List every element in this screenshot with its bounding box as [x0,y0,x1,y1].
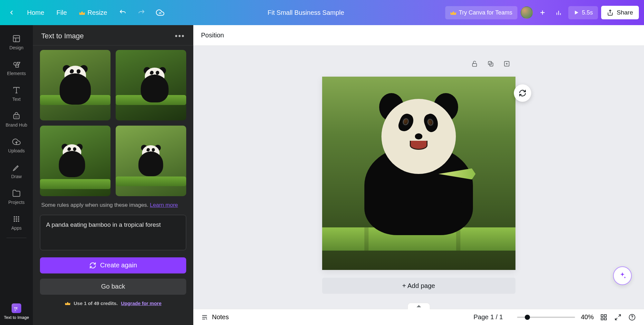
panel-divider [33,45,193,45]
rail-label: Apps [11,225,22,231]
expand-pages-tab[interactable] [408,303,430,309]
panel-more-button[interactable]: ••• [175,32,185,41]
insights-button[interactable] [552,6,565,19]
rail-item-projects[interactable]: Projects [0,185,33,209]
svg-point-10 [14,62,16,65]
svg-rect-42 [604,318,606,320]
magic-fab[interactable] [613,266,632,285]
create-again-label: Create again [100,262,137,269]
zoom-percentage[interactable]: 40% [581,313,594,321]
redo-button[interactable] [135,6,148,19]
rail-item-apps[interactable]: Apps [0,211,33,234]
page-counter[interactable]: Page 1 / 1 [474,313,503,321]
rules-notice: Some rules apply when using these images… [33,196,193,209]
zoom-slider[interactable] [517,317,575,318]
rail-item-uploads[interactable]: Uploads [0,133,33,157]
rail-label: Brand Hub [6,122,27,128]
generated-image-1[interactable] [40,50,111,120]
rail-label: Projects [8,200,25,205]
status-bar: Notes Page 1 / 1 40% [193,309,644,325]
generated-image-2[interactable] [116,50,186,120]
folder-icon [12,189,21,198]
duplicate-page-button[interactable] [485,59,496,69]
upgrade-link[interactable]: Upgrade for more [121,301,161,306]
share-button[interactable]: Share [601,6,639,19]
svg-line-44 [615,318,617,320]
svg-point-26 [18,220,19,222]
try-teams-button[interactable]: Try Canva for Teams [445,6,517,19]
add-page-button[interactable]: + Add page [322,278,515,294]
svg-rect-39 [601,314,603,316]
lock-page-button[interactable] [469,59,480,69]
position-button[interactable]: Position [201,32,224,39]
document-title[interactable]: Fit Small Business Sample [268,9,344,16]
present-time-label: 5.5s [582,9,593,16]
rail-item-design[interactable]: Design [0,30,33,54]
panel-title: Text to Image [41,32,84,40]
create-again-button[interactable]: Create again [40,257,186,273]
rail-label: Draw [11,174,22,179]
svg-marker-5 [575,11,579,14]
rail-label: Text to Image [4,315,29,320]
rail-item-text[interactable]: Text [0,82,33,106]
rail-label: Elements [7,71,26,76]
svg-text:co.: co. [15,115,18,118]
regenerate-fab[interactable] [514,84,531,102]
rail-item-elements[interactable]: Elements [0,56,33,80]
brand-icon: co. [12,111,21,120]
file-menu[interactable]: File [53,7,70,18]
svg-point-24 [14,220,15,222]
try-teams-label: Try Canva for Teams [459,9,512,16]
add-page-icon-button[interactable] [502,59,512,69]
generated-image-4[interactable] [116,126,186,196]
home-button[interactable]: Home [24,7,47,18]
panel-header: Text to Image ••• [33,25,193,45]
svg-point-20 [18,216,19,217]
file-label: File [56,9,67,16]
rail-item-draw[interactable]: Draw [0,159,33,183]
present-button[interactable]: 5.5s [568,6,598,19]
canvas-image [322,77,515,270]
svg-text:X: X [14,309,16,311]
zoom-controls: 40% [517,313,636,321]
canvas-area[interactable]: + Add page [193,46,644,309]
rail-item-brandhub[interactable]: co. Brand Hub [0,108,33,131]
notes-label: Notes [212,313,229,321]
cloud-upload-icon [12,137,21,146]
fullscreen-button[interactable] [614,313,622,321]
svg-line-43 [619,314,620,316]
go-back-button[interactable]: Go back [40,279,186,295]
pen-icon [12,163,21,172]
cloud-sync-icon[interactable] [154,6,167,19]
rail-item-text-to-image[interactable]: TEX Text to Image [0,300,33,323]
svg-point-23 [18,218,19,220]
apps-grid-icon [12,215,21,224]
svg-rect-29 [473,63,477,66]
svg-point-19 [16,216,17,217]
back-icon[interactable] [5,6,18,19]
help-button[interactable] [628,313,636,321]
editor-toolbar: Position [193,25,644,46]
user-avatar[interactable] [521,6,533,19]
resize-label: Resize [88,9,107,16]
left-rail: Design Elements Text co. Brand Hub Uploa… [0,25,33,325]
add-member-button[interactable] [536,6,549,19]
undo-button[interactable] [116,6,129,19]
notes-button[interactable]: Notes [201,313,229,321]
main-area: Design Elements Text co. Brand Hub Uploa… [0,25,644,325]
svg-point-22 [16,218,17,220]
app-header: Home File Resize Fit Small Business Samp… [0,0,644,25]
generated-image-3[interactable] [40,126,111,196]
svg-point-21 [14,218,15,220]
generated-image-grid [33,50,193,196]
grid-view-button[interactable] [600,313,608,321]
canvas-page-1[interactable] [322,77,515,270]
home-label: Home [27,9,44,16]
crown-icon [450,10,456,15]
prompt-textarea[interactable]: A panda eating bamboo in a tropical fore… [40,215,186,250]
credits-text: Use 1 of 49 credits. [74,301,118,306]
text-icon [12,86,21,95]
resize-menu[interactable]: Resize [76,7,111,18]
learn-more-link[interactable]: Learn more [150,202,178,208]
svg-marker-11 [17,62,20,65]
